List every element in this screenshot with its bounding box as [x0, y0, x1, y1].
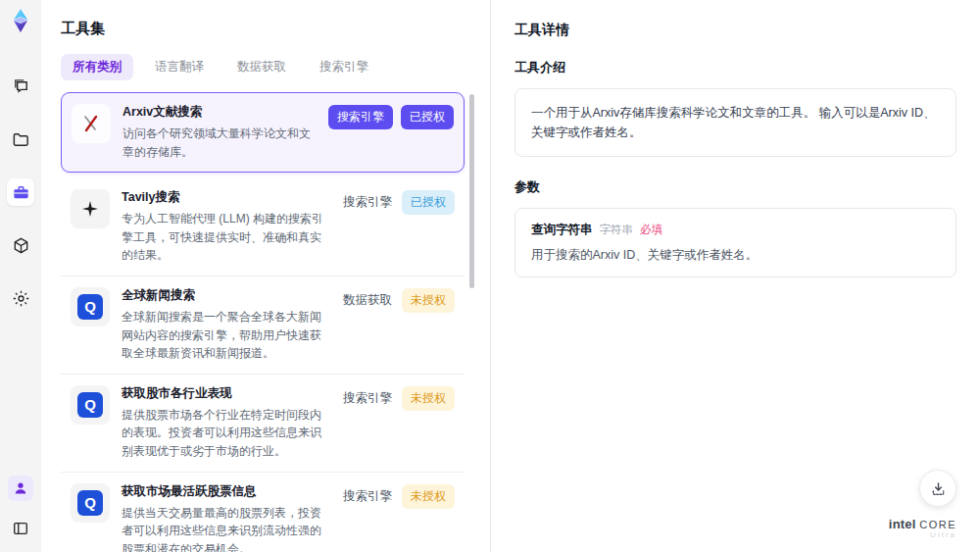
intel-core-logo: intel CORE Ultra: [889, 518, 956, 540]
tab-data-fetching[interactable]: 数据获取: [225, 54, 298, 80]
tool-card-active-stocks[interactable]: Q 获取市场最活跃股票信息 提供当天交易量最高的股票列表，投资者可以利用这些信息…: [61, 473, 465, 552]
tool-name: Arxiv文献搜索: [122, 104, 317, 121]
auth-badge: 已授权: [402, 190, 455, 215]
tool-detail-panel: 工具详情 工具介绍 一个用于从Arxiv存储库搜索科学论文和文章的工具。 输入可…: [490, 0, 980, 552]
tool-card-tavily[interactable]: Tavily搜索 专为人工智能代理 (LLM) 构建的搜索引擎工具，可快速提供实…: [61, 178, 465, 276]
scrollbar-thumb[interactable]: [469, 94, 474, 288]
detail-title: 工具详情: [514, 22, 956, 39]
sidebar-item-tools[interactable]: [7, 178, 34, 206]
app-window: 工具集 所有类别 语言翻译 数据获取 搜索引擎 Arxiv文献搜索 访问各个研究…: [0, 0, 980, 552]
arxiv-icon: [72, 104, 111, 143]
tool-description: 提供股票市场各个行业在特定时间段内的表现。投资者可以利用这些信息来识别表现优于或…: [122, 406, 329, 461]
tool-card-arxiv[interactable]: Arxiv文献搜索 访问各个研究领域大量科学论文和文章的存储库。 搜索引擎 已授…: [61, 92, 465, 173]
tool-name: 全球新闻搜索: [122, 287, 329, 304]
news-q-icon: Q: [71, 385, 110, 425]
sidebar: [0, 0, 41, 552]
param-description: 用于搜索的Arxiv ID、关键字或作者姓名。: [531, 247, 940, 264]
tool-description: 访问各个研究领域大量科学论文和文章的存储库。: [122, 125, 317, 161]
tool-intro-box: 一个用于从Arxiv存储库搜索科学论文和文章的工具。 输入可以是Arxiv ID…: [514, 88, 956, 157]
tool-card-stock-sectors[interactable]: Q 获取股市各行业表现 提供股票市场各个行业在特定时间段内的表现。投资者可以利用…: [61, 375, 465, 473]
params-section-title: 参数: [514, 178, 956, 196]
tab-language-translation[interactable]: 语言翻译: [143, 54, 216, 80]
tool-list: Arxiv文献搜索 访问各个研究领域大量科学论文和文章的存储库。 搜索引擎 已授…: [61, 92, 476, 552]
category-label: 数据获取: [341, 288, 394, 313]
tool-list-panel: 工具集 所有类别 语言翻译 数据获取 搜索引擎 Arxiv文献搜索 访问各个研究…: [41, 0, 490, 552]
app-logo-icon: [8, 8, 33, 33]
brand-core: CORE: [919, 519, 956, 530]
tool-name: 获取股市各行业表现: [122, 385, 329, 402]
tavily-star-icon: [71, 189, 110, 228]
sidebar-item-files[interactable]: [7, 125, 34, 153]
tool-description: 提供当天交易量最高的股票列表，投资者可以利用这些信息来识别流动性强的股票和潜在的…: [122, 504, 329, 552]
user-avatar[interactable]: [8, 476, 33, 501]
page-title: 工具集: [61, 20, 476, 38]
collapse-panel-icon[interactable]: [7, 515, 34, 542]
category-label: 搜索引擎: [341, 484, 394, 509]
tool-card-global-news[interactable]: Q 全球新闻搜索 全球新闻搜索是一个聚合全球各大新闻网站内容的搜索引擎，帮助用户…: [61, 276, 465, 375]
param-name: 查询字符串: [531, 222, 593, 238]
brand-sub: Ultra: [889, 531, 956, 540]
news-q-icon: Q: [71, 287, 110, 326]
tool-description: 专为人工智能代理 (LLM) 构建的搜索引擎工具，可快速提供实时、准确和真实的结…: [122, 210, 329, 265]
tool-name: Tavily搜索: [122, 189, 329, 206]
category-badge: 搜索引擎: [328, 105, 393, 129]
sidebar-item-chat[interactable]: [7, 73, 34, 100]
tab-all-categories[interactable]: 所有类别: [61, 54, 133, 80]
intro-section-title: 工具介绍: [514, 59, 956, 76]
auth-badge: 未授权: [402, 288, 455, 313]
sidebar-bottom: [7, 476, 34, 542]
category-label: 搜索引擎: [341, 386, 394, 411]
tool-name: 获取市场最活跃股票信息: [122, 483, 329, 500]
tab-search-engine[interactable]: 搜索引擎: [308, 54, 380, 80]
auth-badge: 未授权: [402, 386, 455, 411]
param-box: 查询字符串 字符串 必填 用于搜索的Arxiv ID、关键字或作者姓名。: [514, 208, 956, 277]
auth-badge: 未授权: [402, 484, 455, 509]
sidebar-item-models[interactable]: [7, 231, 34, 259]
brand-intel: intel: [889, 517, 916, 531]
news-q-icon: Q: [71, 483, 110, 523]
category-label: 搜索引擎: [341, 190, 394, 215]
tool-description: 全球新闻搜索是一个聚合全球各大新闻网站内容的搜索引擎，帮助用户快速获取全球最新资…: [122, 308, 329, 363]
sidebar-item-settings[interactable]: [7, 284, 34, 312]
download-button[interactable]: [919, 470, 956, 507]
sidebar-nav: [7, 73, 34, 312]
auth-badge: 已授权: [401, 105, 454, 129]
category-tabs: 所有类别 语言翻译 数据获取 搜索引擎: [61, 54, 476, 80]
param-type: 字符串: [600, 223, 634, 237]
param-required-flag: 必填: [640, 223, 662, 237]
